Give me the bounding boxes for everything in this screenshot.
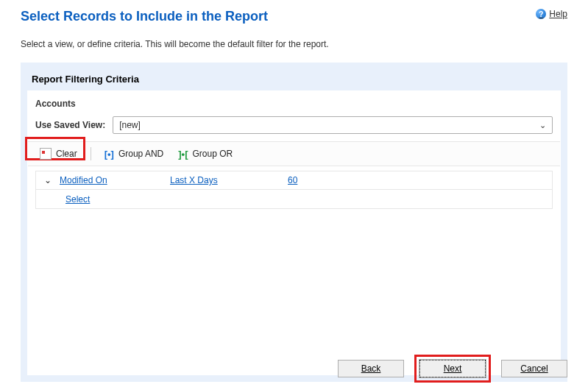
criteria-title: Report Filtering Criteria (21, 63, 567, 90)
group-or-label: Group OR (192, 149, 233, 159)
criteria-inner: Accounts Use Saved View: [new] ⌄ Clear [… (27, 90, 561, 375)
chevron-down-icon: ⌄ (539, 121, 546, 130)
clear-icon (40, 148, 52, 160)
next-button-wrap: Next (417, 358, 488, 380)
help-icon: ? (536, 9, 546, 19)
group-or-icon: ]•[ (178, 149, 188, 160)
page-title: Select Records to Include in the Report (21, 9, 268, 24)
page-subtitle: Select a view, or define criteria. This … (0, 24, 588, 58)
group-or-button[interactable]: ]•[ Group OR (174, 146, 237, 162)
toolbar-divider (91, 147, 91, 160)
saved-view-row: Use Saved View: [new] ⌄ (28, 113, 560, 141)
next-button[interactable]: Next (419, 360, 486, 377)
group-and-label: Group AND (118, 149, 163, 159)
cancel-button[interactable]: Cancel (501, 360, 567, 377)
saved-view-value: [new] (119, 120, 141, 130)
group-and-button[interactable]: [•] Group AND (100, 146, 169, 162)
help-label: Help (549, 9, 567, 19)
select-link[interactable]: Select (65, 194, 90, 205)
condition-row: ⌄ Modified On Last X Days 60 (35, 171, 553, 190)
entity-section-label: Accounts (28, 91, 560, 113)
condition-field-link[interactable]: Modified On (60, 175, 170, 185)
condition-value-link[interactable]: 60 (288, 175, 361, 185)
filter-blank-area (35, 209, 553, 367)
clear-label: Clear (56, 149, 77, 159)
clear-button[interactable]: Clear (35, 146, 82, 162)
wizard-footer: Back Next Cancel (338, 358, 567, 380)
select-row: Select (35, 190, 553, 209)
filter-toolbar: Clear [•] Group AND ]•[ Group OR (28, 141, 560, 166)
help-link[interactable]: ? Help (536, 9, 567, 19)
expand-toggle[interactable]: ⌄ (36, 175, 60, 185)
filter-area: ⌄ Modified On Last X Days 60 Select (28, 166, 560, 374)
condition-operator-link[interactable]: Last X Days (170, 175, 288, 185)
back-button[interactable]: Back (338, 360, 404, 377)
saved-view-select[interactable]: [new] ⌄ (113, 116, 553, 134)
group-and-icon: [•] (105, 149, 114, 160)
saved-view-label: Use Saved View: (35, 120, 105, 130)
criteria-panel: Report Filtering Criteria Accounts Use S… (21, 63, 567, 382)
